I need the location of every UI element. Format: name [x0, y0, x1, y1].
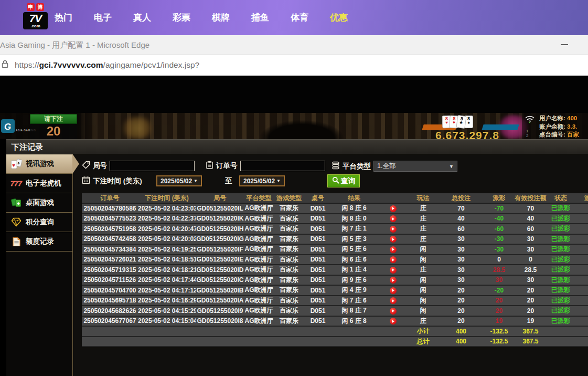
cell-valid-bet: 70 — [514, 203, 548, 214]
records-main-area: 局号 订单号 平台类型 1.全部 ▼ 下注时间 (美东) — [73, 154, 588, 376]
cell-status: 已派彩 — [548, 285, 574, 296]
clipboard-icon — [206, 161, 213, 171]
table-row: 250502045742458 2025-05-02 04:20:02 GD05… — [82, 234, 588, 245]
replay-play-button[interactable] — [390, 226, 397, 233]
nav-item[interactable]: 彩票 — [173, 12, 190, 24]
bet-prompt: 请下注 — [30, 114, 77, 124]
cell-platform: AG欧洲厅 — [244, 244, 273, 255]
summary-valid-bet: 367.5 — [514, 337, 548, 347]
cell-payout: -30 — [485, 234, 514, 245]
replay-play-button[interactable] — [390, 277, 397, 284]
replay-play-button[interactable] — [390, 297, 397, 304]
browser-urlbar[interactable]: https://gci.7vvvvvv.com/agingame/pcv1/in… — [0, 55, 588, 76]
cell-total-bet: 30 — [437, 244, 485, 255]
cell-table-number: D051 — [305, 234, 331, 245]
search-icon — [332, 176, 339, 185]
summary-valid-bet: 367.5 — [514, 326, 548, 337]
summary-row: 总计 400 -132.5 367.5 — [82, 337, 588, 347]
slot-machine-glow — [122, 117, 153, 139]
replay-play-button[interactable] — [390, 236, 397, 243]
date-to-picker[interactable]: 2025/05/02 ▼ — [239, 175, 285, 186]
cell-bet-side: 闲 — [409, 255, 437, 265]
cell-table-number: D051 — [305, 316, 331, 327]
platform-type-select[interactable]: 1.全部 ▼ — [373, 161, 457, 172]
round-number-input[interactable] — [110, 161, 195, 171]
column-header: 有效投注额 — [514, 193, 548, 203]
cell-round-id: GD051255020IE — [196, 255, 244, 265]
sidebar-item-label: 积分查询 — [26, 217, 54, 227]
cell-game-type: 百家乐 — [273, 203, 305, 214]
replay-play-button[interactable] — [390, 318, 397, 325]
cell-status: 已派彩 — [548, 296, 574, 306]
cell-replay — [377, 296, 409, 306]
nav-item[interactable]: 棋牌 — [212, 12, 230, 24]
site-logo[interactable]: 申 博 7V .com — [23, 3, 48, 29]
cell-bet-time: 2025-05-02 04:16:29 — [138, 296, 196, 306]
sidebar-item-points[interactable]: 积分查询 — [6, 213, 72, 232]
cell-round-id: GD051255020IL — [196, 203, 244, 214]
cell-game-extra — [574, 265, 588, 275]
replay-play-button[interactable] — [390, 287, 397, 294]
replay-play-button[interactable] — [390, 215, 397, 222]
cell-replay — [377, 306, 409, 316]
cell-order-number: 250502045682626 — [82, 306, 138, 316]
cell-result: 闲 8 庄 7 — [331, 306, 377, 316]
cell-total-bet: 20 — [437, 285, 485, 296]
cell-table-number: D051 — [305, 296, 331, 306]
replay-play-button[interactable] — [390, 308, 397, 315]
cell-total-bet: 70 — [437, 203, 485, 214]
nav-item[interactable]: 体育 — [291, 12, 308, 24]
replay-play-button[interactable] — [390, 267, 397, 274]
column-header: 平台类型 — [244, 193, 273, 203]
cell-payout: 20 — [485, 306, 514, 316]
dealt-cards: 8♥8♥8♣8♠ — [442, 116, 472, 128]
cell-replay — [377, 214, 409, 224]
replay-play-button[interactable] — [390, 246, 397, 253]
cell-order-number: 250502045751958 — [82, 224, 138, 234]
table-row: 250502045711526 2025-05-02 04:17:44 GD05… — [82, 275, 588, 286]
cell-table-number: D051 — [305, 224, 331, 234]
cell-bet-side: 庄 — [409, 265, 437, 275]
nav-item[interactable]: 捕鱼 — [251, 12, 269, 24]
cell-game-extra — [574, 234, 588, 245]
svg-text:G: G — [4, 122, 11, 132]
sidebar-item-table-games[interactable]: ♣ 桌面游戏 — [6, 193, 72, 213]
replay-play-button[interactable] — [390, 205, 397, 212]
cell-bet-time: 2025-05-02 04:20:47 — [138, 224, 196, 234]
date-filter-group: 下注时间 (美东) — [82, 176, 142, 186]
cell-payout: 19 — [485, 316, 514, 327]
suit-icon: ♥ — [453, 121, 455, 125]
nav-item[interactable]: 优惠 — [330, 12, 348, 24]
column-header: 局号 — [196, 193, 244, 203]
cell-game-extra — [574, 224, 588, 234]
sidebar-item-quota-records[interactable]: 额度记录 — [6, 232, 72, 252]
sidebar-item-slots[interactable]: 777 电子老虎机 — [6, 174, 72, 193]
search-button[interactable]: 查询 — [327, 174, 360, 187]
url-domain: gci.7vvvvvv.com — [39, 60, 103, 69]
cell-replay — [377, 224, 409, 234]
platform-filter-group: 平台类型 1.全部 ▼ — [332, 161, 457, 172]
order-number-input[interactable] — [240, 161, 325, 171]
cell-platform: AG欧洲厅 — [244, 265, 273, 275]
column-header: 游戏 — [574, 193, 588, 203]
replay-play-button[interactable] — [390, 256, 397, 263]
account-info-line: 账户余额: 3.3. — [539, 123, 579, 131]
cell-valid-bet: 30 — [514, 244, 548, 255]
nav-item[interactable]: 电子 — [94, 12, 112, 24]
sidebar-item-live-games[interactable]: ♠♥ 视讯游戏 — [6, 154, 72, 174]
cell-table-number: D051 — [305, 275, 331, 286]
nav-item[interactable]: 热门 — [55, 12, 72, 24]
table-row: 250502045677067 2025-05-02 04:15:04 GD05… — [82, 316, 588, 327]
minimize-button[interactable] — [561, 44, 568, 45]
date-from-picker[interactable]: 2025/05/02 ▼ — [156, 175, 202, 186]
cell-platform: AG欧洲厅 — [244, 255, 273, 265]
nav-item[interactable]: 真人 — [133, 12, 151, 24]
cell-status: 已派彩 — [548, 316, 574, 327]
address-url[interactable]: https://gci.7vvvvvv.com/agingame/pcv1/in… — [15, 60, 199, 70]
cell-game-extra — [574, 214, 588, 224]
summary-total-bet: 400 — [437, 326, 485, 337]
cell-round-id: GD051255020IA — [196, 296, 244, 306]
cell-payout: 20 — [485, 296, 514, 306]
video-cards-icon: ♠♥ — [10, 159, 23, 170]
date-to-value: 2025/05/02 — [243, 177, 275, 185]
